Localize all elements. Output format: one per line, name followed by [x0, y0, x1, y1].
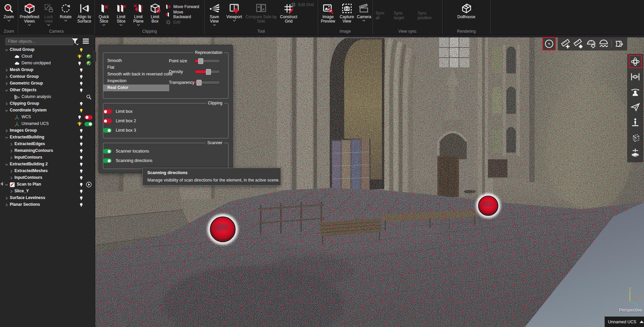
angle-protractor-icon[interactable] [586, 39, 596, 49]
rotation-center-button[interactable] [542, 37, 556, 51]
camera-button[interactable]: Camera [356, 1, 372, 22]
visibility-bulb-icon[interactable] [79, 162, 84, 167]
examine-cube-button[interactable] [629, 131, 642, 144]
tree-row-remainingcontours[interactable]: RemainingContours [0, 148, 93, 154]
play-circle-icon[interactable] [86, 182, 92, 188]
expand-chevron-icon[interactable] [5, 136, 8, 139]
orbit-mode-button[interactable] [629, 55, 642, 68]
scanner-location-sphere-2[interactable] [476, 193, 501, 218]
rotate-button[interactable]: Rotate [57, 1, 74, 22]
angle-profile-icon[interactable] [599, 39, 609, 49]
expand-chevron-icon[interactable] [5, 163, 8, 166]
sync-all-button[interactable]: Sync all [373, 11, 391, 20]
limit-plane-button[interactable]: Limit Plane [130, 1, 147, 26]
tree-row-clipping-group[interactable]: Clipping Group [0, 100, 93, 107]
tree-row-inputcontours[interactable]: InputContours [0, 154, 93, 161]
visibility-bulb-icon[interactable] [79, 74, 84, 79]
expand-chevron-icon[interactable] [5, 109, 8, 112]
tree-row-wcs[interactable]: WCS [0, 114, 93, 121]
collapsed-chevron-icon[interactable] [5, 82, 8, 86]
move-forward-button[interactable]: Move Forward [163, 3, 204, 10]
collapsed-chevron-icon[interactable] [9, 149, 13, 153]
move-backward-button[interactable]: Move Backward [163, 11, 204, 18]
mode-smooth-reversed[interactable]: Smooth with back in reversed color [103, 71, 169, 78]
tree-row-extractedbuilding-2[interactable]: ExtractedBuilding 2 [0, 161, 93, 168]
visibility-bulb-icon[interactable] [79, 175, 84, 181]
mode-smooth[interactable]: Smooth [103, 58, 169, 64]
limit-box-3-toggle[interactable] [103, 128, 112, 133]
image-preview-button[interactable]: Image Preview [319, 1, 337, 24]
sync-position-button[interactable]: Sync position [415, 11, 442, 20]
visibility-bulb-icon[interactable] [79, 182, 84, 187]
tree-row-scan-to-plan[interactable]: Scan to Plan [0, 181, 93, 188]
limit-box-2-toggle[interactable] [103, 119, 112, 123]
menu-icon[interactable] [82, 37, 90, 45]
visibility-bulb-icon[interactable] [77, 115, 82, 120]
mode-inspection[interactable]: Inspection [103, 78, 169, 85]
collapsed-chevron-icon[interactable] [5, 68, 8, 72]
measure-box-icon[interactable] [573, 39, 583, 49]
expand-chevron-icon[interactable] [5, 183, 8, 187]
tree-row-column-analysis[interactable]: Column analysis [0, 94, 93, 100]
tree-row-inputcontours-2[interactable]: InputContours [0, 174, 93, 181]
zoom-button[interactable]: Zoom [1, 1, 17, 22]
transparency-slider[interactable] [195, 81, 220, 84]
tree-row-cloud-group[interactable]: Cloud Group [0, 46, 93, 53]
tree-row-planar-sections[interactable]: Planar Sections [0, 201, 93, 208]
fly-mode-button[interactable] [629, 101, 642, 113]
collapsed-chevron-icon[interactable] [9, 190, 13, 193]
visibility-bulb-glow-icon[interactable] [77, 121, 82, 127]
tree-row-extractedbuilding[interactable]: ExtractedBuilding [0, 134, 93, 141]
expand-chevron-icon[interactable] [5, 48, 8, 52]
visibility-bulb-icon[interactable] [79, 148, 84, 154]
filter-funnel-icon[interactable] [71, 37, 79, 45]
collapsed-chevron-icon[interactable] [9, 142, 13, 146]
tree-row-surface-levelness[interactable]: Surface Levelness [0, 195, 93, 201]
sync-target-button[interactable]: Sync target [391, 11, 415, 20]
align-to-surface-button[interactable]: Align to Surface [75, 1, 94, 24]
scanner-location-sphere-1[interactable] [207, 214, 238, 245]
tag-star-icon[interactable] [614, 39, 624, 49]
tree-row-coordinate-system[interactable]: Coordinate System [0, 107, 93, 114]
collapsed-chevron-icon[interactable] [5, 203, 8, 207]
collapsed-chevron-icon[interactable] [9, 176, 13, 180]
limit-box-button[interactable]: Limit Box [147, 1, 163, 24]
visibility-bulb-icon[interactable] [79, 135, 84, 140]
viewport-button[interactable]: Viewport [224, 1, 244, 22]
visibility-bulb-icon[interactable] [79, 155, 84, 160]
ucs-toggle-off[interactable] [84, 115, 93, 120]
tree-row-other-objects[interactable]: Other Objects [0, 87, 93, 94]
visibility-bulb-icon[interactable] [79, 101, 84, 106]
quick-slice-button[interactable]: Quick Slice [96, 1, 112, 26]
visibility-bulb-glow-icon[interactable] [77, 54, 82, 59]
magnifier-icon[interactable] [86, 94, 92, 100]
measure-add-icon[interactable] [561, 39, 571, 49]
sidebar-collapse-handle[interactable] [93, 51, 96, 62]
visibility-bulb-icon[interactable] [79, 81, 84, 86]
collapsed-chevron-icon[interactable] [5, 75, 8, 79]
tree-row-cloud[interactable]: Cloud [0, 53, 93, 60]
active-ucs-selector[interactable]: Unnamed UCS [605, 317, 644, 327]
tree-row-images-group[interactable]: Images Group [0, 127, 93, 134]
mode-flat[interactable]: Flat [103, 64, 169, 71]
look-around-button[interactable] [629, 86, 642, 98]
edit-grid-button[interactable]: Edit Grid [289, 1, 316, 8]
scanner-locations-toggle[interactable] [103, 149, 112, 154]
dollhouse-button[interactable]: Dollhouse [454, 1, 479, 19]
visibility-bulb-icon[interactable] [79, 141, 84, 147]
scanning-directions-toggle[interactable] [103, 158, 112, 163]
tree-row-demo-unclipped[interactable]: Demo unclipped [0, 60, 93, 67]
point-size-slider[interactable] [195, 59, 220, 63]
visibility-bulb-icon[interactable] [79, 189, 84, 194]
visibility-bulb-icon[interactable] [79, 67, 84, 73]
predefined-views-button[interactable]: Predefined Views [19, 1, 40, 26]
filter-objects-input[interactable] [5, 38, 73, 45]
collapsed-chevron-icon[interactable] [9, 156, 13, 160]
tree-row-contour-group[interactable]: Contour Group [0, 73, 93, 80]
density-slider[interactable] [195, 70, 220, 73]
collapsed-chevron-icon[interactable] [5, 102, 8, 106]
turntable-button[interactable] [629, 146, 642, 159]
tree-row-extractededges[interactable]: ExtractedEdges [0, 141, 93, 148]
capture-view-button[interactable]: Capture View [338, 1, 356, 24]
visibility-bulb-icon[interactable] [77, 61, 82, 66]
